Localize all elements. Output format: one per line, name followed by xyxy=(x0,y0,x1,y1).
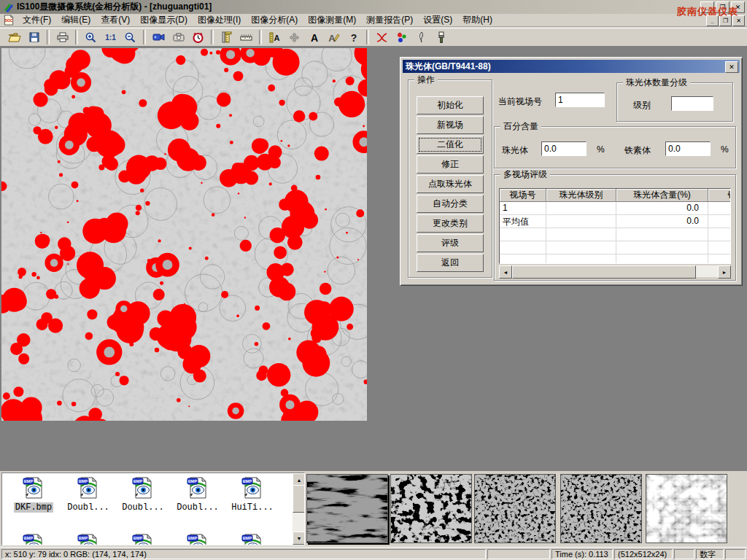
table-row[interactable]: 1 0.0 xyxy=(500,202,730,215)
file-item[interactable]: HuiTi... xyxy=(225,476,279,513)
cell-field-no: 1 xyxy=(500,202,546,214)
table-row-average[interactable]: 平均值 0.0 xyxy=(500,215,730,228)
menu-file[interactable]: 文件(F) xyxy=(18,13,56,27)
thumbnail-5[interactable] xyxy=(646,474,727,543)
video-capture-button[interactable] xyxy=(150,29,168,45)
menu-measure-report[interactable]: 测量报告(P) xyxy=(361,13,418,27)
cursor-position-panel: x: 510 y: 79 idx: 0 RGB: (174, 174, 174) xyxy=(1,549,486,559)
status-bar: x: 510 y: 79 idx: 0 RGB: (174, 174, 174)… xyxy=(0,547,747,560)
ferrite-percent-input[interactable] xyxy=(665,141,711,156)
bmp-file-icon xyxy=(186,476,209,499)
snapshot-button[interactable] xyxy=(169,29,187,45)
file-item[interactable] xyxy=(116,533,170,545)
pearlite-unit: % xyxy=(597,144,605,155)
binarize-button[interactable]: 二值化 xyxy=(417,136,484,154)
scroll-right-icon[interactable]: ► xyxy=(718,265,731,279)
thumbnail-3[interactable] xyxy=(474,474,556,543)
zoom-out-button[interactable] xyxy=(121,29,139,45)
grade-group: 珠光体数量分级 级别 xyxy=(616,82,733,122)
dialog-close-icon[interactable]: ✕ xyxy=(725,61,738,73)
grade-group-label: 珠光体数量分级 xyxy=(623,77,690,88)
file-item[interactable]: Doubl... xyxy=(116,476,170,513)
status-panel-empty xyxy=(725,549,746,559)
pearlite-percent-input[interactable] xyxy=(541,141,587,156)
curve-tool-button[interactable] xyxy=(373,29,391,45)
print-button[interactable] xyxy=(53,29,71,45)
measure-text-button[interactable]: A xyxy=(266,29,284,45)
video-camera-icon xyxy=(152,33,165,42)
svg-text:A: A xyxy=(274,34,279,42)
actual-size-button[interactable]: 1:1 xyxy=(101,29,120,45)
menu-edit[interactable]: 编辑(E) xyxy=(56,13,96,27)
toolbar-separator xyxy=(211,30,214,44)
menu-image-processing[interactable]: 图像处理(I) xyxy=(193,13,246,27)
col-field-no: 视场号 xyxy=(500,189,546,202)
file-item[interactable] xyxy=(7,533,61,545)
save-button[interactable] xyxy=(25,29,43,45)
file-item[interactable]: DKF.bmp xyxy=(7,476,61,513)
table-hscrollbar[interactable]: ◄ ► xyxy=(499,265,731,277)
pick-pearlite-button[interactable]: 点取珠光体 xyxy=(417,175,484,193)
red-curve-icon xyxy=(376,32,388,43)
classify-points-button[interactable] xyxy=(392,29,411,45)
menu-settings[interactable]: 设置(S) xyxy=(418,13,457,27)
open-folder-icon xyxy=(8,32,21,42)
hscroll-thumb[interactable] xyxy=(512,265,696,279)
zoom-in-button[interactable] xyxy=(82,29,100,45)
menu-image-measure[interactable]: 图像测量(M) xyxy=(303,13,361,27)
file-item[interactable] xyxy=(61,533,115,545)
classify-dots-icon xyxy=(396,32,408,43)
pen-tool-button[interactable] xyxy=(412,29,430,45)
move-cross-icon xyxy=(289,32,300,43)
help-icon: ? xyxy=(349,32,358,43)
grade-input[interactable] xyxy=(671,96,713,111)
current-field-input[interactable] xyxy=(555,93,605,107)
file-item[interactable] xyxy=(225,533,279,545)
change-class-button[interactable]: 更改类别 xyxy=(417,214,484,233)
menu-image-analysis[interactable]: 图像分析(A) xyxy=(246,13,303,27)
file-item[interactable] xyxy=(171,533,225,545)
text-annotation-button[interactable]: A xyxy=(305,29,323,45)
rate-button[interactable]: 评级 xyxy=(417,234,484,252)
scroll-down-icon[interactable]: ▼ xyxy=(293,532,305,545)
return-button[interactable]: 返回 xyxy=(417,254,484,272)
percent-group-label: 百分含量 xyxy=(500,121,541,131)
cell-content: 0.0 xyxy=(616,202,708,214)
file-item[interactable]: Doubl... xyxy=(171,476,225,513)
bmp-file-icon xyxy=(77,533,100,545)
table-row-empty xyxy=(500,254,730,264)
move-button[interactable] xyxy=(285,29,303,45)
thumbnail-4[interactable] xyxy=(560,474,642,543)
thumbnail-2[interactable] xyxy=(390,474,472,543)
pearlite-label: 珠光体 xyxy=(502,144,528,157)
thumbnail-1[interactable] xyxy=(306,474,388,543)
edit-a-pencil-icon: A xyxy=(328,32,340,43)
vscroll-thumb[interactable] xyxy=(293,485,305,513)
dialog-title-bar[interactable]: 珠光体(GB/T9441-88) ✕ xyxy=(403,60,740,73)
menu-view[interactable]: 查看(V) xyxy=(96,13,135,27)
file-item[interactable]: Doubl... xyxy=(61,476,115,513)
brush-tool-button[interactable] xyxy=(432,29,450,45)
caliper-button[interactable] xyxy=(217,29,236,45)
ruler-button[interactable] xyxy=(237,29,255,45)
open-file-button[interactable] xyxy=(5,29,23,45)
scroll-left-icon[interactable]: ◄ xyxy=(499,265,512,279)
multifield-group: 多视场评级 视场号 珠光体级别 珠光体含量(%) 铁素体 1 0.0 平均值 xyxy=(494,174,736,281)
timer-button[interactable] xyxy=(189,29,207,45)
auto-classify-button[interactable]: 自动分类 xyxy=(417,195,484,213)
metallographic-image[interactable] xyxy=(1,48,367,421)
file-name: HuiTi... xyxy=(230,502,275,513)
correct-button[interactable]: 修正 xyxy=(417,155,484,174)
file-name: Doubl... xyxy=(120,502,166,513)
edit-annotation-button[interactable]: A xyxy=(325,29,343,45)
new-field-button[interactable]: 新视场 xyxy=(417,116,484,134)
menu-image-display[interactable]: 图像显示(D) xyxy=(135,13,193,27)
app-icon xyxy=(2,1,14,13)
percent-group: 百分含量 珠光体 % 铁素体 % xyxy=(494,126,736,168)
help-button[interactable]: ? xyxy=(344,29,363,45)
initialize-button[interactable]: 初始化 xyxy=(417,96,484,114)
menu-help[interactable]: 帮助(H) xyxy=(457,13,498,27)
printer-icon xyxy=(57,32,69,42)
status-panel-empty xyxy=(487,549,550,559)
file-list-vscrollbar[interactable]: ▲ ▼ xyxy=(293,473,304,545)
